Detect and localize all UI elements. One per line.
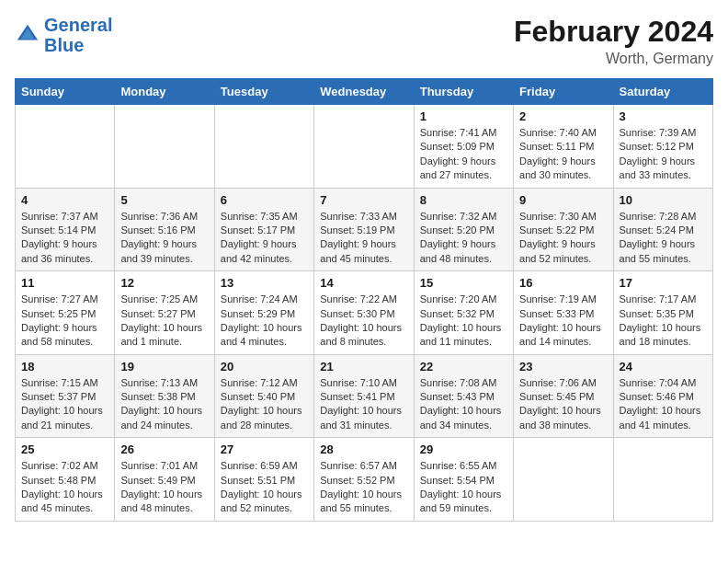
- calendar-cell: 3Sunrise: 7:39 AMSunset: 5:12 PMDaylight…: [613, 105, 712, 189]
- week-row-2: 4Sunrise: 7:37 AMSunset: 5:14 PMDaylight…: [16, 188, 713, 271]
- calendar-cell: 7Sunrise: 7:33 AMSunset: 5:19 PMDaylight…: [314, 188, 414, 271]
- column-header-monday: Monday: [115, 79, 214, 105]
- calendar-cell: 8Sunrise: 7:32 AMSunset: 5:20 PMDaylight…: [414, 188, 513, 271]
- day-number: 28: [320, 442, 407, 456]
- cell-content: Sunrise: 7:22 AMSunset: 5:30 PMDaylight:…: [320, 293, 407, 350]
- cell-content: Sunrise: 7:36 AMSunset: 5:16 PMDaylight:…: [120, 210, 208, 267]
- cell-content: Sunrise: 7:25 AMSunset: 5:27 PMDaylight:…: [120, 293, 208, 350]
- cell-content: Sunrise: 7:41 AMSunset: 5:09 PMDaylight:…: [420, 126, 507, 183]
- calendar-cell: 20Sunrise: 7:12 AMSunset: 5:40 PMDayligh…: [214, 354, 313, 438]
- calendar-cell: 25Sunrise: 7:02 AMSunset: 5:48 PMDayligh…: [16, 438, 115, 522]
- calendar-title: February 2024: [514, 15, 713, 49]
- day-number: 3: [620, 109, 707, 123]
- day-number: 13: [221, 276, 308, 290]
- calendar-cell: 2Sunrise: 7:40 AMSunset: 5:11 PMDaylight…: [514, 105, 613, 189]
- title-block: February 2024 Worth, Germany: [514, 15, 713, 67]
- calendar-cell: 22Sunrise: 7:08 AMSunset: 5:43 PMDayligh…: [414, 354, 513, 438]
- day-number: 18: [21, 360, 108, 373]
- column-header-sunday: Sunday: [16, 79, 115, 105]
- column-header-thursday: Thursday: [414, 79, 513, 105]
- day-number: 9: [519, 193, 607, 207]
- header-row: SundayMondayTuesdayWednesdayThursdayFrid…: [16, 79, 713, 105]
- day-number: 29: [420, 442, 507, 456]
- column-header-friday: Friday: [514, 79, 613, 105]
- logo-icon: [15, 22, 40, 48]
- day-number: 14: [320, 276, 407, 290]
- cell-content: Sunrise: 7:37 AMSunset: 5:14 PMDaylight:…: [21, 210, 108, 267]
- day-number: 23: [519, 360, 607, 373]
- calendar-cell: 29Sunrise: 6:55 AMSunset: 5:54 PMDayligh…: [414, 438, 513, 522]
- day-number: 20: [221, 360, 308, 373]
- calendar-cell: 16Sunrise: 7:19 AMSunset: 5:33 PMDayligh…: [514, 271, 613, 355]
- calendar-header: SundayMondayTuesdayWednesdayThursdayFrid…: [16, 79, 713, 105]
- day-number: 10: [620, 193, 707, 207]
- week-row-5: 25Sunrise: 7:02 AMSunset: 5:48 PMDayligh…: [16, 438, 713, 522]
- day-number: 27: [221, 442, 308, 456]
- cell-content: Sunrise: 7:02 AMSunset: 5:48 PMDaylight:…: [21, 459, 108, 516]
- column-header-saturday: Saturday: [613, 79, 712, 105]
- calendar-cell: 28Sunrise: 6:57 AMSunset: 5:52 PMDayligh…: [314, 438, 414, 522]
- cell-content: Sunrise: 7:35 AMSunset: 5:17 PMDaylight:…: [221, 210, 308, 267]
- column-header-wednesday: Wednesday: [314, 79, 414, 105]
- logo-general: General: [44, 15, 112, 35]
- calendar-cell: 17Sunrise: 7:17 AMSunset: 5:35 PMDayligh…: [613, 271, 712, 355]
- cell-content: Sunrise: 7:15 AMSunset: 5:37 PMDaylight:…: [21, 376, 108, 433]
- calendar-cell: 12Sunrise: 7:25 AMSunset: 5:27 PMDayligh…: [115, 271, 214, 355]
- day-number: 19: [120, 360, 208, 373]
- calendar-cell: 11Sunrise: 7:27 AMSunset: 5:25 PMDayligh…: [16, 271, 115, 355]
- cell-content: Sunrise: 7:17 AMSunset: 5:35 PMDaylight:…: [620, 293, 707, 350]
- day-number: 2: [519, 109, 607, 123]
- day-number: 6: [221, 193, 308, 207]
- cell-content: Sunrise: 7:06 AMSunset: 5:45 PMDaylight:…: [519, 376, 607, 433]
- cell-content: Sunrise: 7:32 AMSunset: 5:20 PMDaylight:…: [420, 210, 507, 267]
- calendar-cell: [16, 105, 115, 189]
- cell-content: Sunrise: 7:40 AMSunset: 5:11 PMDaylight:…: [519, 126, 607, 183]
- calendar-cell: 18Sunrise: 7:15 AMSunset: 5:37 PMDayligh…: [16, 354, 115, 438]
- cell-content: Sunrise: 7:20 AMSunset: 5:32 PMDaylight:…: [420, 293, 507, 350]
- calendar-cell: 21Sunrise: 7:10 AMSunset: 5:41 PMDayligh…: [314, 354, 414, 438]
- calendar-cell: 13Sunrise: 7:24 AMSunset: 5:29 PMDayligh…: [214, 271, 313, 355]
- cell-content: Sunrise: 7:27 AMSunset: 5:25 PMDaylight:…: [21, 293, 108, 350]
- cell-content: Sunrise: 7:10 AMSunset: 5:41 PMDaylight:…: [320, 376, 407, 433]
- calendar-body: 1Sunrise: 7:41 AMSunset: 5:09 PMDaylight…: [16, 105, 713, 522]
- calendar-cell: [514, 438, 613, 522]
- calendar-cell: [613, 438, 712, 522]
- day-number: 1: [420, 109, 507, 123]
- cell-content: Sunrise: 6:59 AMSunset: 5:51 PMDaylight:…: [221, 459, 308, 516]
- cell-content: Sunrise: 7:01 AMSunset: 5:49 PMDaylight:…: [120, 459, 208, 516]
- calendar-cell: 15Sunrise: 7:20 AMSunset: 5:32 PMDayligh…: [414, 271, 513, 355]
- day-number: 8: [420, 193, 507, 207]
- day-number: 12: [120, 276, 208, 290]
- cell-content: Sunrise: 7:08 AMSunset: 5:43 PMDaylight:…: [420, 376, 507, 433]
- cell-content: Sunrise: 6:57 AMSunset: 5:52 PMDaylight:…: [320, 459, 407, 516]
- calendar-cell: 10Sunrise: 7:28 AMSunset: 5:24 PMDayligh…: [613, 188, 712, 271]
- calendar-cell: [214, 105, 313, 189]
- calendar-cell: [314, 105, 414, 189]
- day-number: 11: [21, 276, 108, 290]
- cell-content: Sunrise: 7:12 AMSunset: 5:40 PMDaylight:…: [221, 376, 308, 433]
- week-row-4: 18Sunrise: 7:15 AMSunset: 5:37 PMDayligh…: [16, 354, 713, 438]
- calendar-cell: 23Sunrise: 7:06 AMSunset: 5:45 PMDayligh…: [514, 354, 613, 438]
- calendar-cell: 4Sunrise: 7:37 AMSunset: 5:14 PMDaylight…: [16, 188, 115, 271]
- day-number: 4: [21, 193, 108, 207]
- day-number: 21: [320, 360, 407, 373]
- day-number: 26: [120, 442, 208, 456]
- cell-content: Sunrise: 7:28 AMSunset: 5:24 PMDaylight:…: [620, 210, 707, 267]
- week-row-1: 1Sunrise: 7:41 AMSunset: 5:09 PMDaylight…: [16, 105, 713, 189]
- day-number: 7: [320, 193, 407, 207]
- calendar-cell: 26Sunrise: 7:01 AMSunset: 5:49 PMDayligh…: [115, 438, 214, 522]
- day-number: 24: [620, 360, 707, 373]
- calendar-cell: 14Sunrise: 7:22 AMSunset: 5:30 PMDayligh…: [314, 271, 414, 355]
- cell-content: Sunrise: 7:39 AMSunset: 5:12 PMDaylight:…: [620, 126, 707, 183]
- cell-content: Sunrise: 6:55 AMSunset: 5:54 PMDaylight:…: [420, 459, 507, 516]
- cell-content: Sunrise: 7:13 AMSunset: 5:38 PMDaylight:…: [120, 376, 208, 433]
- column-header-tuesday: Tuesday: [214, 79, 313, 105]
- day-number: 17: [620, 276, 707, 290]
- day-number: 22: [420, 360, 507, 373]
- cell-content: Sunrise: 7:24 AMSunset: 5:29 PMDaylight:…: [221, 293, 308, 350]
- calendar-cell: 1Sunrise: 7:41 AMSunset: 5:09 PMDaylight…: [414, 105, 513, 189]
- logo-blue: Blue: [44, 35, 84, 55]
- day-number: 25: [21, 442, 108, 456]
- day-number: 16: [519, 276, 607, 290]
- calendar-cell: 19Sunrise: 7:13 AMSunset: 5:38 PMDayligh…: [115, 354, 214, 438]
